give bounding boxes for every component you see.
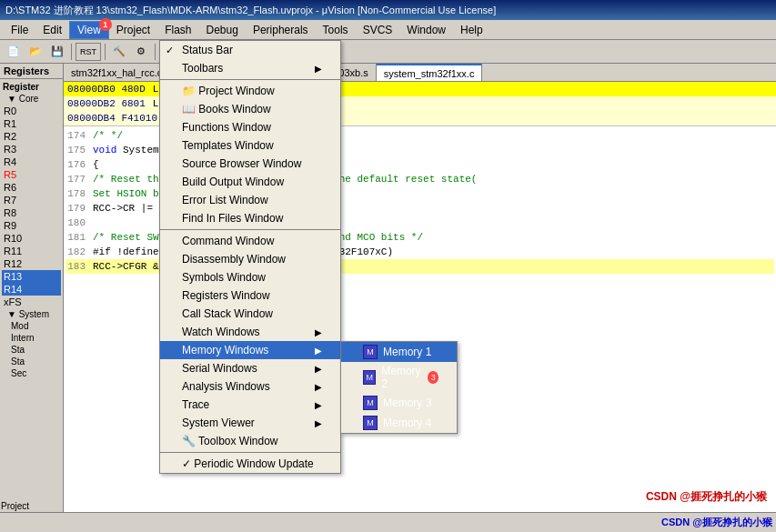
menu-call-stack-window[interactable]: Call Stack Window	[160, 305, 340, 323]
menu-command-window[interactable]: Command Window	[160, 232, 340, 250]
system-group: ▼ System	[2, 308, 61, 320]
menu-badge: 1	[99, 18, 112, 31]
sep2	[105, 44, 106, 60]
reg-r0: R0	[2, 105, 61, 117]
submenu-arrow-watch: ▶	[315, 327, 322, 337]
menu-svcs[interactable]: SVCS	[356, 22, 400, 38]
menu-build-output-window[interactable]: Build Output Window	[160, 173, 340, 191]
reg-r7: R7	[2, 194, 61, 206]
menu-memory-2[interactable]: M Memory 2 3	[341, 362, 457, 393]
menu-error-list-window[interactable]: Error List Window	[160, 191, 340, 209]
memory-1-icon: M	[363, 345, 378, 359]
toolbar-new[interactable]: 📄	[4, 43, 24, 61]
submenu-arrow-toolbars: ▶	[315, 64, 322, 74]
registers-title: Registers	[0, 64, 63, 79]
system-sta2: Sta	[2, 356, 61, 367]
toolbar: 📄 📂 💾 RST 🔨 ⚙ ▶ ⬛ Reset 🔍	[0, 40, 776, 64]
memory-4-label: Memory 4	[383, 417, 431, 429]
toolbar-rst[interactable]: RST	[76, 43, 101, 61]
menu-memory-1[interactable]: M Memory 1	[341, 342, 457, 362]
title-text: D:\STM32 进阶教程 13\stm32_Flash\MDK-ARM\stm…	[5, 4, 496, 17]
registers-panel: Registers Register ▼ Core R0 R1 R2 R3 R4…	[0, 64, 64, 512]
menu-symbols-window[interactable]: Symbols Window	[160, 268, 340, 286]
system-mod: Mod	[2, 320, 61, 332]
menu-file[interactable]: File	[4, 22, 35, 38]
title-bar: D:\STM32 进阶教程 13\stm32_Flash\MDK-ARM\stm…	[0, 0, 776, 20]
menu-peripherals[interactable]: Peripherals	[246, 22, 316, 38]
menu-flash[interactable]: Flash	[157, 22, 198, 38]
menu-toolbox-window[interactable]: 🔧 Toolbox Window	[160, 432, 340, 450]
reg-r14: R14	[2, 283, 61, 296]
register-list: Register ▼ Core R0 R1 R2 R3 R4 R5 R6 R7 …	[0, 79, 63, 381]
submenu-arrow-memory: ▶	[315, 346, 322, 356]
sep3	[155, 44, 156, 60]
reg-r3: R3	[2, 143, 61, 156]
menu-trace[interactable]: Trace ▶	[160, 396, 340, 414]
menu-toolbars[interactable]: Toolbars ▶	[160, 59, 340, 77]
toolbar-open[interactable]: 📂	[25, 43, 45, 61]
menu-source-browser-window[interactable]: Source Browser Window	[160, 155, 340, 173]
memory-3-label: Memory 3	[383, 396, 431, 409]
menu-window[interactable]: Window	[399, 22, 453, 38]
reg-r6: R6	[2, 181, 61, 194]
status-bar: CSDN @捱死挣扎的小猴	[0, 512, 776, 532]
menu-debug[interactable]: Debug	[199, 22, 246, 38]
menu-project[interactable]: Project	[109, 22, 157, 38]
memory-2-badge: 3	[428, 371, 438, 384]
memory-submenu[interactable]: M Memory 1 M Memory 2 3 M Memory 3 M Mem…	[340, 341, 458, 434]
tab-system[interactable]: system_stm32f1xx.c	[377, 64, 483, 81]
register-group: Register	[2, 81, 61, 93]
watermark: CSDN @捱死挣扎的小猴	[646, 489, 767, 505]
system-intern: Intern	[2, 332, 61, 344]
system-sta: Sta	[2, 344, 61, 356]
memory-2-icon: M	[363, 370, 376, 385]
toolbar-save[interactable]: 💾	[47, 43, 67, 61]
reg-r13: R13	[2, 270, 61, 283]
menu-templates-window[interactable]: Templates Window	[160, 136, 340, 155]
tab-rcc[interactable]: stm32f1xx_hal_rcc.c	[64, 64, 170, 81]
toolbar-build[interactable]: 🔨	[109, 43, 129, 61]
view-menu[interactable]: Status Bar Toolbars ▶ 📁 Project Window 📖…	[159, 40, 341, 474]
reg-r5: R5	[2, 168, 61, 181]
menu-view[interactable]: View 1	[69, 21, 109, 39]
menu-disassembly-window[interactable]: Disassembly Window	[160, 250, 340, 268]
menu-project-window[interactable]: 📁 Project Window	[160, 82, 340, 100]
submenu-arrow-trace: ▶	[315, 400, 322, 410]
menu-memory-4[interactable]: M Memory 4	[341, 413, 457, 433]
reg-r2: R2	[2, 130, 61, 143]
reg-r11: R11	[2, 245, 61, 257]
sep1	[71, 44, 72, 60]
system-sec: Sec	[2, 367, 61, 379]
memory-1-label: Memory 1	[383, 346, 431, 358]
menu-functions-window[interactable]: Functions Window	[160, 118, 340, 136]
menu-watch-windows[interactable]: Watch Windows ▶	[160, 323, 340, 341]
reg-r8: R8	[2, 206, 61, 219]
menu-status-bar[interactable]: Status Bar	[160, 41, 340, 59]
reg-xfs: xFS	[2, 296, 61, 308]
menu-help[interactable]: Help	[453, 22, 490, 38]
separator-1	[160, 79, 340, 80]
menu-bar: File Edit View 1 Project Flash Debug Per…	[0, 20, 776, 40]
memory-4-icon: M	[363, 416, 378, 430]
menu-registers-window[interactable]: Registers Window	[160, 286, 340, 305]
menu-books-window[interactable]: 📖 Books Window	[160, 100, 340, 118]
menu-system-viewer[interactable]: System Viewer ▶	[160, 414, 340, 432]
reg-r10: R10	[2, 232, 61, 245]
menu-memory-3[interactable]: M Memory 3	[341, 393, 457, 413]
reg-r12: R12	[2, 257, 61, 270]
memory-2-label: Memory 2	[381, 365, 424, 390]
submenu-arrow-analysis: ▶	[315, 382, 322, 392]
menu-periodic-update[interactable]: ✓ Periodic Window Update	[160, 455, 340, 473]
menu-memory-windows[interactable]: Memory Windows ▶ M Memory 1 M Memory 2 3…	[160, 341, 340, 359]
menu-edit[interactable]: Edit	[35, 22, 69, 38]
menu-tools[interactable]: Tools	[316, 22, 356, 38]
toolbar-rebuild[interactable]: ⚙	[131, 43, 151, 61]
menu-serial-windows[interactable]: Serial Windows ▶	[160, 359, 340, 377]
separator-2	[160, 229, 340, 230]
submenu-arrow-system-viewer: ▶	[315, 418, 322, 428]
reg-r4: R4	[2, 156, 61, 168]
register-core: ▼ Core	[2, 93, 61, 105]
project-tab[interactable]: Project	[0, 500, 30, 512]
menu-find-in-files-window[interactable]: Find In Files Window	[160, 209, 340, 227]
menu-analysis-windows[interactable]: Analysis Windows ▶	[160, 377, 340, 396]
